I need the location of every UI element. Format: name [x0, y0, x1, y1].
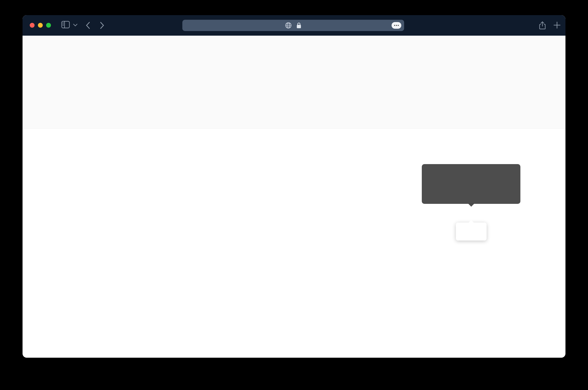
browser-window — [23, 15, 565, 358]
address-bar[interactable] — [182, 20, 404, 31]
backfill-popup-button[interactable] — [456, 223, 487, 241]
lock-icon — [296, 22, 301, 29]
expanded-day-panel — [23, 36, 565, 129]
jobs-table — [23, 36, 565, 129]
window-controls — [30, 23, 51, 28]
page-settings-button[interactable] — [392, 22, 401, 29]
sidebar-toggle-icon[interactable] — [61, 21, 70, 28]
forward-button[interactable] — [100, 22, 104, 29]
close-window-button[interactable] — [30, 23, 35, 28]
minimize-window-button[interactable] — [38, 23, 43, 28]
new-tab-icon[interactable] — [553, 21, 561, 29]
chevron-down-icon[interactable] — [73, 23, 78, 26]
share-icon[interactable] — [539, 21, 546, 29]
day-range-controls — [28, 44, 565, 54]
globe-icon — [285, 22, 292, 29]
day-cell-tooltip — [422, 164, 520, 204]
back-button[interactable] — [86, 22, 90, 29]
browser-titlebar — [23, 15, 565, 36]
zoom-window-button[interactable] — [46, 23, 51, 28]
